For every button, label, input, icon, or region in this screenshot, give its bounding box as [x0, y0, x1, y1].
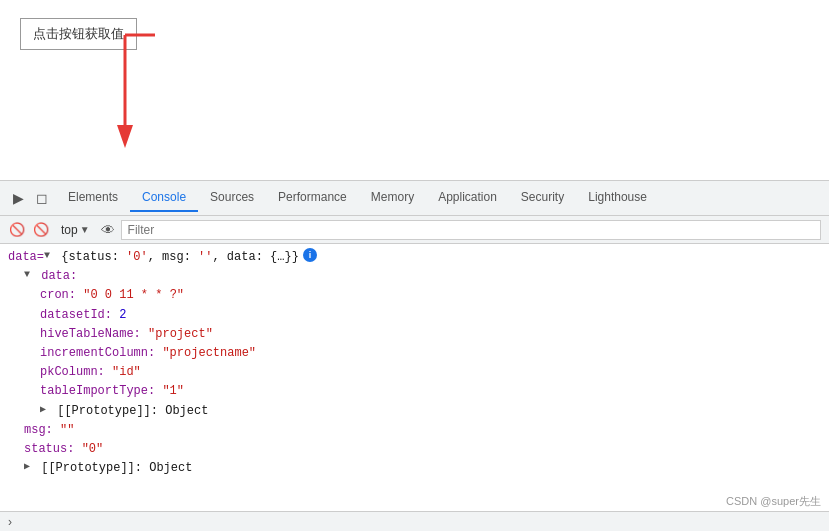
msg-value: ''	[198, 248, 212, 267]
status-space	[74, 440, 81, 459]
filter-icon[interactable]: 🚫	[32, 221, 50, 239]
prototype-outer-label: [[Prototype]]: Object	[34, 459, 192, 478]
cron-key: cron:	[40, 286, 76, 305]
hivetablename-value: "project"	[148, 325, 213, 344]
device-icon[interactable]: ◻	[32, 188, 52, 208]
datasetid-space	[112, 306, 119, 325]
console-comma1: , msg:	[148, 248, 198, 267]
tableimporttype-value: "1"	[162, 382, 184, 401]
hivetablename-key: hiveTableName:	[40, 325, 141, 344]
execution-context-selector[interactable]: top ▼	[56, 220, 95, 240]
prototype-inner-label: [[Prototype]]: Object	[50, 402, 208, 421]
eye-icon[interactable]: 👁	[101, 222, 115, 238]
console-line-data: ▼ data:	[8, 267, 821, 286]
prototype-inner-triangle[interactable]: ▶	[40, 402, 50, 418]
console-line-status: status: "0"	[8, 440, 821, 459]
chevron-right-icon[interactable]: ›	[8, 515, 12, 529]
status-val: "0"	[82, 440, 104, 459]
tab-lighthouse[interactable]: Lighthouse	[576, 184, 659, 212]
cron-value: "0 0 11 * * ?"	[83, 286, 184, 305]
devtools-tabs-bar: ▶ ◻ Elements Console Sources Performance…	[0, 181, 829, 216]
clear-console-icon[interactable]: 🚫	[8, 221, 26, 239]
console-line-prototype-outer: ▶ [[Prototype]]: Object	[8, 459, 821, 478]
incrementcolumn-key: incrementColumn:	[40, 344, 155, 363]
status-key: status:	[24, 440, 74, 459]
devtools-panel: ▶ ◻ Elements Console Sources Performance…	[0, 180, 829, 531]
console-prefix-data: data=	[8, 248, 44, 267]
console-line-datasetid: datasetId: 2	[8, 306, 821, 325]
tab-sources[interactable]: Sources	[198, 184, 266, 212]
console-line-tableimporttype: tableImportType: "1"	[8, 382, 821, 401]
console-line-incrementcolumn: incrementColumn: "projectname"	[8, 344, 821, 363]
console-output: data= ▼ {status: '0' , msg: '' , data: {…	[0, 244, 829, 511]
console-line-cron: cron: "0 0 11 * * ?"	[8, 286, 821, 305]
msg-key: msg:	[24, 421, 53, 440]
pkcolumn-space	[105, 363, 112, 382]
incrementcolumn-value: "projectname"	[162, 344, 256, 363]
datasetid-key: datasetId:	[40, 306, 112, 325]
info-icon: i	[303, 248, 317, 262]
tab-application[interactable]: Application	[426, 184, 509, 212]
console-line-pkcolumn: pkColumn: "id"	[8, 363, 821, 382]
console-filter-input[interactable]	[121, 220, 821, 240]
dropdown-arrow: ▼	[80, 224, 90, 235]
data-key: data:	[34, 267, 77, 286]
console-line-hivetablename: hiveTableName: "project"	[8, 325, 821, 344]
incrementcolumn-space	[155, 344, 162, 363]
webpage-area: 点击按钮获取值	[0, 0, 829, 180]
tab-console[interactable]: Console	[130, 184, 198, 212]
devtools-bottom-bar: ›	[0, 511, 829, 531]
cursor-icon[interactable]: ▶	[8, 188, 28, 208]
status-value: '0'	[126, 248, 148, 267]
get-value-button[interactable]: 点击按钮获取值	[20, 18, 137, 50]
tab-performance[interactable]: Performance	[266, 184, 359, 212]
top-label: top	[61, 223, 78, 237]
tableimporttype-key: tableImportType:	[40, 382, 155, 401]
console-toolbar: 🚫 🚫 top ▼ 👁	[0, 216, 829, 244]
tableimporttype-space	[155, 382, 162, 401]
cron-space	[76, 286, 83, 305]
tab-security[interactable]: Security	[509, 184, 576, 212]
console-comma2: , data: {…}}	[212, 248, 298, 267]
hivetablename-space	[141, 325, 148, 344]
msg-space	[53, 421, 60, 440]
expand-triangle[interactable]: ▼	[44, 248, 54, 264]
console-line-prototype-inner: ▶ [[Prototype]]: Object	[8, 402, 821, 421]
prototype-outer-triangle[interactable]: ▶	[24, 459, 34, 475]
tab-memory[interactable]: Memory	[359, 184, 426, 212]
datasetid-value: 2	[119, 306, 126, 325]
console-line-msg: msg: ""	[8, 421, 821, 440]
msg-value-empty: ""	[60, 421, 74, 440]
watermark: CSDN @super先生	[726, 494, 821, 509]
data-expand-triangle[interactable]: ▼	[24, 267, 34, 283]
tab-elements[interactable]: Elements	[56, 184, 130, 212]
pkcolumn-value: "id"	[112, 363, 141, 382]
pkcolumn-key: pkColumn:	[40, 363, 105, 382]
console-line-data-root: data= ▼ {status: '0' , msg: '' , data: {…	[8, 248, 821, 267]
console-value-preview: {status:	[54, 248, 126, 267]
